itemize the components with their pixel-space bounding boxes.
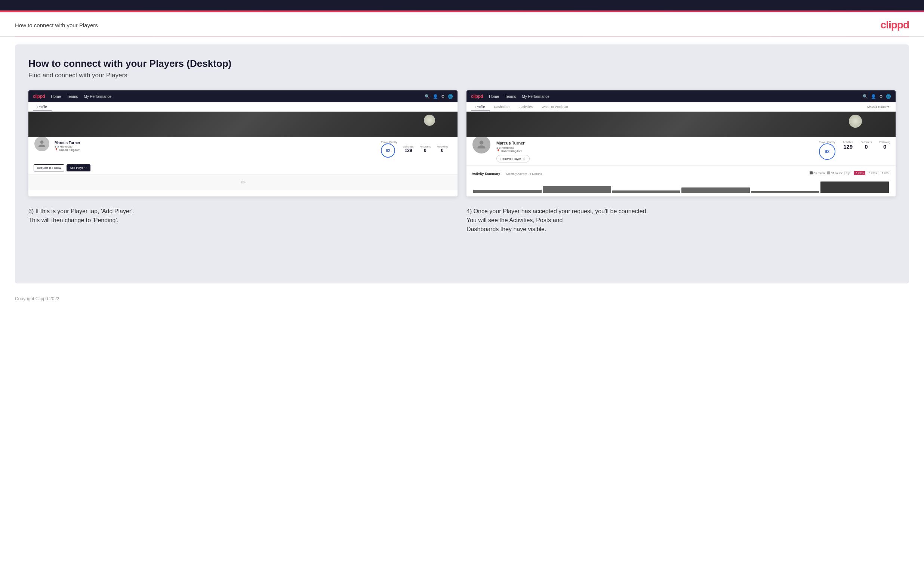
right-tab-dashboard[interactable]: Dashboard — [489, 102, 515, 111]
chart-bar-3 — [612, 190, 681, 193]
left-pq-circle: 92 — [381, 143, 395, 158]
left-description: 3) If this is your Player tap, 'Add Play… — [28, 207, 457, 234]
left-pq-label: Player Quality — [381, 141, 397, 143]
right-nav-home[interactable]: Home — [489, 95, 499, 98]
left-hero-image — [28, 112, 457, 137]
activity-subtitle: Monthly Activity - 6 Months — [506, 172, 542, 176]
right-following-label: Following — [879, 141, 890, 143]
left-profile-handicap: 1-5 Handicap — [55, 145, 376, 148]
left-app-logo: clippd — [33, 94, 45, 99]
left-profile-section: Marcus Turner 1-5 Handicap 📍 United King… — [28, 137, 457, 161]
page-footer: Copyright Clippd 2022 — [0, 291, 924, 306]
right-description-text: 4) Once your Player has accepted your re… — [467, 207, 896, 234]
right-followers-value: 0 — [861, 143, 872, 150]
right-description: 4) Once your Player has accepted your re… — [467, 207, 896, 234]
left-description-text: 3) If this is your Player tap, 'Add Play… — [28, 207, 457, 225]
activity-header: Activity Summary Monthly Activity - 6 Mo… — [472, 169, 890, 176]
right-tabs-row: Profile Dashboard Activities What To Wor… — [467, 102, 896, 112]
right-user-dropdown[interactable]: Marcus Turner ▾ — [865, 105, 891, 109]
left-stats-row: Player Quality 92 Activities 129 Followe… — [381, 141, 452, 158]
right-activities-label: Activities — [843, 141, 853, 143]
activity-controls: On course Off course 1 yr 6 mths 3 mths … — [809, 171, 890, 175]
right-profile-name: Marcus Turner — [496, 141, 814, 145]
right-tab-activities[interactable]: Activities — [515, 102, 538, 111]
remove-player-x-icon: ✕ — [523, 157, 525, 161]
left-app-nav: clippd Home Teams My Performance 🔍 👤 ⚙ 🌐 — [28, 90, 457, 102]
left-activities-label: Activities — [403, 145, 414, 148]
right-search-icon[interactable]: 🔍 — [863, 94, 868, 99]
left-user-icon[interactable]: 👤 — [433, 94, 438, 99]
left-nav-teams[interactable]: Teams — [67, 95, 78, 98]
right-tab-profile[interactable]: Profile — [471, 102, 489, 111]
time-btn-3mths[interactable]: 3 mths — [867, 171, 879, 175]
right-location-pin-icon: 📍 — [496, 149, 500, 153]
header-divider — [15, 37, 909, 37]
right-hero-image — [467, 112, 896, 137]
left-mock-window: clippd Home Teams My Performance 🔍 👤 ⚙ 🌐… — [28, 90, 457, 197]
left-app-tabs: Profile — [28, 102, 457, 112]
chart-bar-4 — [682, 187, 750, 193]
right-following-group: Following 0 — [879, 141, 890, 150]
page-header: How to connect with your Players clippd — [0, 12, 924, 37]
chart-bar-5 — [751, 191, 819, 193]
time-btn-6mths[interactable]: 6 mths — [854, 171, 865, 175]
main-subtitle: Find and connect with your Players — [28, 72, 896, 79]
right-pq-circle: 92 — [819, 143, 835, 160]
right-mock-window: clippd Home Teams My Performance 🔍 👤 ⚙ 🌐… — [467, 90, 896, 197]
page-header-title: How to connect with your Players — [15, 22, 98, 28]
time-btn-1mth[interactable]: 1 mth — [880, 171, 890, 175]
left-tab-profile[interactable]: Profile — [33, 102, 52, 111]
time-btn-1yr[interactable]: 1 yr — [844, 171, 853, 175]
left-followers-label: Followers — [419, 145, 431, 148]
right-tab-whattoon[interactable]: What To Work On — [537, 102, 573, 111]
right-globe-icon[interactable]: 🌐 — [886, 94, 891, 99]
legend-off-course: Off course — [827, 171, 843, 174]
off-course-label: Off course — [831, 172, 843, 174]
right-nav-icons: 🔍 👤 ⚙ 🌐 — [863, 94, 891, 99]
remove-player-button[interactable]: Remove Player ✕ — [496, 155, 530, 163]
right-pq-group: Player Quality 92 — [819, 141, 835, 160]
left-following-label: Following — [436, 145, 448, 148]
screenshots-row: clippd Home Teams My Performance 🔍 👤 ⚙ 🌐… — [28, 90, 896, 197]
left-settings-icon[interactable]: ⚙ — [441, 94, 445, 99]
off-course-dot — [827, 171, 830, 174]
add-player-button[interactable]: Add Player + — [66, 164, 90, 171]
legend-on-course: On course — [809, 171, 825, 174]
copyright-text: Copyright Clippd 2022 — [15, 296, 60, 301]
left-activities-value: 129 — [403, 148, 414, 153]
left-profile-info: Marcus Turner 1-5 Handicap 📍 United King… — [55, 141, 376, 152]
left-following-group: Following 0 — [436, 145, 448, 153]
right-following-value: 0 — [879, 143, 890, 150]
right-nav-teams[interactable]: Teams — [505, 95, 516, 98]
left-avatar — [34, 135, 50, 152]
right-user-icon[interactable]: 👤 — [871, 94, 876, 99]
left-pq-group: Player Quality 92 — [381, 141, 397, 158]
activity-title-group: Activity Summary Monthly Activity - 6 Mo… — [472, 169, 542, 176]
right-nav-performance[interactable]: My Performance — [522, 95, 549, 98]
left-profile-name: Marcus Turner — [55, 141, 376, 145]
left-nav-performance[interactable]: My Performance — [84, 95, 111, 98]
left-nav-home[interactable]: Home — [51, 95, 61, 98]
left-followers-value: 0 — [419, 148, 431, 153]
clippd-logo: clippd — [880, 19, 909, 31]
request-follow-button[interactable]: Request to Follow — [34, 164, 64, 171]
right-profile-section: Marcus Turner 1-5 Handicap 📍 United King… — [467, 137, 896, 166]
right-stats-row: Player Quality 92 Activities 129 Followe… — [819, 141, 890, 160]
top-bar — [0, 0, 924, 10]
chart-bar-2 — [543, 186, 611, 193]
left-nav-icons: 🔍 👤 ⚙ 🌐 — [425, 94, 453, 99]
main-content: How to connect with your Players (Deskto… — [15, 44, 909, 284]
descriptions-row: 3) If this is your Player tap, 'Add Play… — [28, 207, 896, 234]
left-profile-location: 📍 United Kingdom — [55, 148, 376, 152]
left-search-icon[interactable]: 🔍 — [425, 94, 430, 99]
right-activities-group: Activities 129 — [843, 141, 853, 150]
right-pq-label: Player Quality — [819, 141, 835, 143]
activity-summary-section: Activity Summary Monthly Activity - 6 Mo… — [467, 166, 896, 197]
left-btn-row: Request to Follow Add Player + — [28, 161, 457, 174]
on-course-dot — [809, 171, 813, 174]
right-settings-icon[interactable]: ⚙ — [879, 94, 883, 99]
left-globe-icon[interactable]: 🌐 — [448, 94, 453, 99]
right-profile-handicap: 1-5 Handicap — [496, 146, 814, 149]
edit-pen-icon: ✏ — [241, 179, 246, 186]
right-followers-label: Followers — [861, 141, 872, 143]
